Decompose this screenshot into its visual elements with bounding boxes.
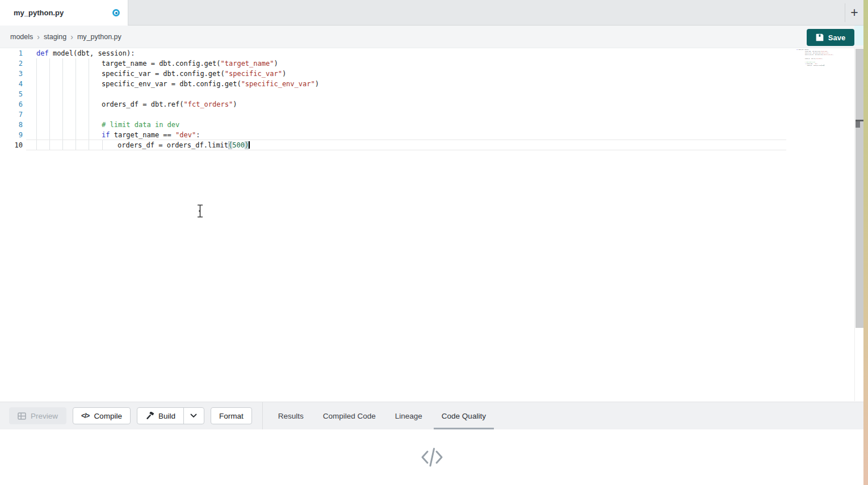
code-line[interactable]: 3specific_var = dbt.config.get("specific… bbox=[0, 69, 854, 79]
panel-tabs: Results Compiled Code Lineage Code Quali… bbox=[278, 402, 486, 430]
code-token: "specific_env_var" bbox=[823, 54, 833, 56]
format-button-label: Format bbox=[219, 412, 244, 420]
code-text: def model(dbt, session): bbox=[36, 48, 135, 58]
code-token: orders_df = dbt.ref( bbox=[805, 58, 816, 59]
code-token: "target_name" bbox=[221, 60, 274, 68]
code-line: orders_df = orders_df.limit(500) bbox=[795, 65, 836, 66]
code-tag-icon: </> bbox=[81, 412, 89, 420]
code-text: orders_df = dbt.ref("fct_orders") bbox=[796, 57, 823, 59]
breadcrumb-item-models[interactable]: models bbox=[10, 33, 33, 41]
tab-results-label: Results bbox=[278, 412, 304, 420]
tab-lineage-label: Lineage bbox=[395, 412, 422, 420]
chevron-down-icon bbox=[190, 414, 197, 418]
line-number: 7 bbox=[0, 109, 23, 120]
preview-button[interactable]: Preview bbox=[9, 407, 66, 424]
code-token: ) bbox=[315, 80, 319, 88]
tab-my-python[interactable]: my_python.py bbox=[0, 0, 128, 26]
code-text: orders_df = orders_df.limit(500) bbox=[796, 65, 824, 66]
code-token: 500 bbox=[232, 141, 245, 149]
code-token: specific_env_var = dbt.config.get( bbox=[805, 54, 823, 56]
chevron-right-icon: › bbox=[70, 32, 73, 41]
breadcrumb-item-file[interactable]: my_python.py bbox=[77, 33, 121, 41]
code-token: orders_df = orders_df.limit bbox=[118, 141, 228, 149]
tab-lineage[interactable]: Lineage bbox=[395, 402, 422, 430]
compile-button[interactable]: </> Compile bbox=[73, 407, 131, 424]
action-toolbar: Preview </> Compile Build Format Results bbox=[0, 402, 863, 429]
line-number: 8 bbox=[0, 120, 23, 130]
code-token: ) bbox=[282, 70, 286, 78]
tab-code-quality[interactable]: Code Quality bbox=[442, 402, 486, 430]
code-token: orders_df = orders_df.limit bbox=[807, 65, 821, 66]
code-line[interactable]: 10orders_df = orders_df.limit(500) bbox=[0, 140, 854, 150]
code-text: orders_df = dbt.ref("fct_orders") bbox=[36, 99, 237, 109]
code-token: "dev" bbox=[175, 131, 196, 139]
code-token: "specific_var" bbox=[225, 70, 282, 78]
code-token: target_name == bbox=[110, 131, 175, 139]
line-number: 3 bbox=[0, 69, 23, 79]
breadcrumb: models › staging › my_python.py bbox=[0, 26, 863, 48]
code-token: "fct_orders" bbox=[184, 100, 233, 108]
code-token: target_name = dbt.config.get( bbox=[102, 60, 221, 68]
line-number: 4 bbox=[0, 79, 23, 89]
code-line[interactable]: 6orders_df = dbt.ref("fct_orders") bbox=[0, 99, 854, 109]
code-token: "specific_env_var" bbox=[241, 80, 315, 88]
tab-compiled-code-label: Compiled Code bbox=[323, 412, 376, 420]
code-token: if bbox=[102, 131, 110, 139]
window-edge-strip bbox=[863, 0, 868, 485]
unsaved-indicator-icon bbox=[112, 9, 120, 16]
code-text: specific_env_var = dbt.config.get("speci… bbox=[796, 54, 833, 56]
code-line[interactable]: 5 bbox=[0, 89, 854, 99]
chevron-right-icon: › bbox=[37, 32, 40, 41]
tab-title: my_python.py bbox=[14, 9, 64, 17]
code-text: # limit data in dev bbox=[36, 120, 179, 130]
code-text: orders_df = orders_df.limit(500) bbox=[36, 140, 250, 150]
code-text: specific_env_var = dbt.config.get("speci… bbox=[36, 79, 319, 89]
code-token: ) bbox=[833, 54, 833, 56]
tab-compiled-code[interactable]: Compiled Code bbox=[323, 402, 376, 430]
breadcrumb-item-staging[interactable]: staging bbox=[44, 33, 66, 41]
code-token: specific_env_var = dbt.config.get( bbox=[102, 80, 241, 88]
code-line[interactable]: 9if target_name == "dev": bbox=[0, 130, 854, 140]
save-button-label: Save bbox=[828, 33, 845, 42]
code-token: ) bbox=[274, 60, 278, 68]
code-line: specific_env_var = dbt.config.get("speci… bbox=[795, 54, 836, 56]
code-editor[interactable]: 1def model(dbt, session):2target_name = … bbox=[0, 48, 855, 401]
code-line[interactable]: 1def model(dbt, session): bbox=[0, 48, 854, 58]
code-token: : bbox=[196, 131, 200, 139]
hammer-icon bbox=[145, 412, 154, 420]
scrollbar-thumb[interactable] bbox=[856, 121, 860, 128]
save-button-glow bbox=[854, 26, 863, 45]
code-line[interactable]: 4specific_env_var = dbt.config.get("spec… bbox=[0, 79, 854, 89]
line-number: 5 bbox=[0, 89, 23, 99]
results-empty-panel bbox=[0, 429, 863, 485]
tab-code-quality-label: Code Quality bbox=[442, 412, 486, 420]
line-number: 2 bbox=[0, 58, 23, 69]
build-options-button[interactable] bbox=[183, 408, 204, 424]
code-line[interactable]: 8# limit data in dev bbox=[0, 120, 854, 130]
code-text: specific_var = dbt.config.get("specific_… bbox=[36, 69, 286, 79]
code-line[interactable]: 7 bbox=[0, 109, 854, 120]
compile-button-label: Compile bbox=[94, 412, 122, 420]
code-token: ) bbox=[233, 100, 237, 108]
new-tab-button[interactable]: + bbox=[845, 3, 863, 22]
code-slash-icon bbox=[420, 446, 445, 468]
code-token: "fct_orders" bbox=[816, 58, 822, 59]
vertical-scrollbar[interactable] bbox=[856, 49, 863, 328]
format-button[interactable]: Format bbox=[211, 407, 252, 424]
text-caret bbox=[249, 141, 250, 149]
toolbar-divider bbox=[262, 402, 263, 430]
code-token: # limit data in dev bbox=[102, 121, 179, 129]
code-lines: 1def model(dbt, session):2target_name = … bbox=[0, 48, 854, 150]
tab-results[interactable]: Results bbox=[278, 402, 304, 430]
plus-icon: + bbox=[850, 5, 858, 20]
minimap[interactable]: def model(dbt, session):target_name = db… bbox=[795, 49, 836, 69]
preview-button-label: Preview bbox=[31, 412, 58, 420]
line-number: 6 bbox=[0, 99, 23, 109]
build-button[interactable]: Build bbox=[137, 408, 183, 424]
code-line[interactable]: 2target_name = dbt.config.get("target_na… bbox=[0, 58, 854, 69]
line-number: 1 bbox=[0, 48, 23, 58]
floppy-disk-icon bbox=[816, 33, 824, 41]
line-number: 9 bbox=[0, 130, 23, 140]
code-token: model(dbt, session): bbox=[49, 49, 135, 57]
save-button[interactable]: Save bbox=[807, 29, 854, 46]
